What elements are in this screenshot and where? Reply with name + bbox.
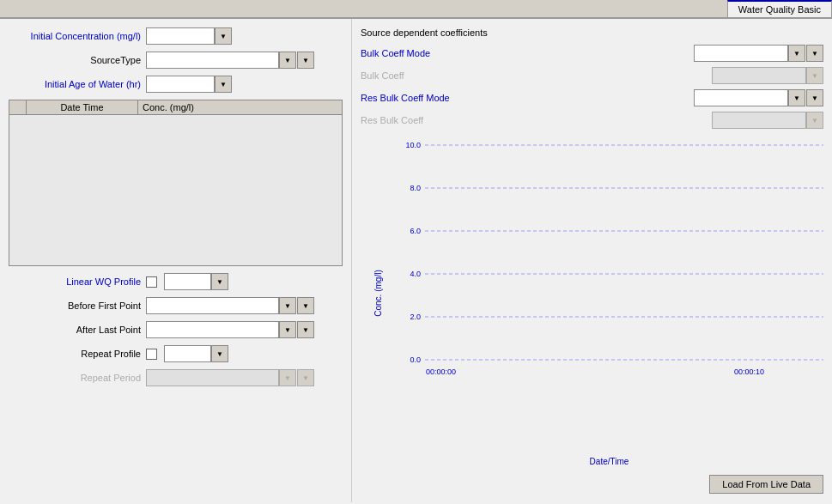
after-last-point-label: After Last Point <box>9 325 146 335</box>
repeat-profile-label: Repeat Profile <box>9 349 146 359</box>
bulk-coeff-row: Bulk Coeff ▼ <box>361 67 823 84</box>
load-button-row: Load From Live Data <box>361 471 823 494</box>
x-axis-label: Date/Time <box>590 457 629 466</box>
svg-text:4.0: 4.0 <box>410 270 421 278</box>
svg-text:8.0: 8.0 <box>410 184 421 192</box>
bulk-coeff-mode-input[interactable] <box>694 45 788 62</box>
dropdown-arrow-icon15: ▼ <box>811 72 818 80</box>
y-axis-label: Conc. (mg/l) <box>373 270 383 316</box>
col-datetime: Date Time <box>27 100 138 114</box>
repeat-profile-input[interactable] <box>164 345 211 362</box>
svg-text:6.0: 6.0 <box>410 227 421 235</box>
dropdown-arrow-icon17: ▼ <box>811 94 818 102</box>
dropdown-arrow-icon2: ▼ <box>284 57 291 64</box>
dropdown-arrow-icon16: ▼ <box>793 94 800 102</box>
load-from-live-data-button[interactable]: Load From Live Data <box>709 475 823 494</box>
left-panel: Initial Concentration (mg/l) ▼ SourceTyp… <box>0 19 352 502</box>
initial-age-dropdown[interactable]: ▼ <box>215 76 232 93</box>
after-last-point-row: After Last Point ▼ ▼ <box>9 321 343 338</box>
right-panel: Source dependent coefficients Bulk Coeff… <box>352 19 832 502</box>
res-bulk-coeff-mode-row: Res Bulk Coeff Mode ▼ ▼ <box>361 89 823 106</box>
bulk-coeff-mode-label: Bulk Coeff Mode <box>361 48 498 58</box>
res-bulk-coeff-row: Res Bulk Coeff ▼ <box>361 112 823 129</box>
before-first-point-action-dropdown[interactable]: ▼ <box>297 297 314 314</box>
res-bulk-coeff-label: Res Bulk Coeff <box>361 115 498 125</box>
before-first-point-row: Before First Point ▼ ▼ <box>9 297 343 314</box>
dropdown-arrow-icon7: ▼ <box>302 302 309 310</box>
data-table: Date Time Conc. (mg/l) <box>9 100 343 266</box>
table-body <box>9 115 342 265</box>
dropdown-arrow-icon3: ▼ <box>302 57 309 64</box>
svg-text:0.0: 0.0 <box>410 355 421 364</box>
res-bulk-coeff-mode-select-dropdown[interactable]: ▼ <box>788 89 805 106</box>
chart-area: Conc. (mg/l) 10.0 8.0 6.0 4.0 <box>361 141 823 471</box>
dropdown-arrow-icon8: ▼ <box>284 326 291 334</box>
initial-age-row: Initial Age of Water (hr) ▼ <box>9 76 343 93</box>
repeat-period-input[interactable] <box>146 369 279 386</box>
dropdown-arrow-icon: ▼ <box>220 33 227 40</box>
before-first-point-select-dropdown[interactable]: ▼ <box>279 297 296 314</box>
initial-concentration-dropdown[interactable]: ▼ <box>215 27 232 45</box>
repeat-profile-dropdown[interactable]: ▼ <box>211 345 228 362</box>
res-bulk-coeff-mode-input[interactable] <box>694 89 788 106</box>
repeat-period-action-dropdown[interactable]: ▼ <box>297 369 314 386</box>
source-type-action-dropdown[interactable]: ▼ <box>297 52 314 69</box>
source-type-input[interactable] <box>146 52 279 69</box>
dropdown-arrow-icon5: ▼ <box>216 278 223 286</box>
dropdown-arrow-icon12: ▼ <box>302 374 309 382</box>
bulk-coeff-input <box>712 67 806 84</box>
table-header: Date Time Conc. (mg/l) <box>9 100 342 115</box>
table-handle-col <box>9 100 27 114</box>
dropdown-arrow-icon4: ▼ <box>220 81 227 88</box>
section-title: Source dependent coefficients <box>361 27 823 38</box>
initial-age-label: Initial Age of Water (hr) <box>9 79 146 89</box>
linear-wq-profile-input[interactable] <box>164 273 211 290</box>
initial-age-input[interactable] <box>146 76 215 93</box>
bulk-coeff-dropdown: ▼ <box>806 67 823 84</box>
source-type-row: SourceType ▼ ▼ <box>9 52 343 69</box>
initial-concentration-label: Initial Concentration (mg/l) <box>9 31 146 41</box>
linear-wq-profile-row: Linear WQ Profile ▼ <box>9 273 343 290</box>
tab-bar: Water Quality Basic <box>0 0 832 19</box>
repeat-period-select-dropdown[interactable]: ▼ <box>279 369 296 386</box>
svg-text:2.0: 2.0 <box>410 313 421 321</box>
source-type-select-dropdown[interactable]: ▼ <box>279 52 296 69</box>
chart-svg: 10.0 8.0 6.0 4.0 2.0 0.0 <box>395 141 823 445</box>
bulk-coeff-mode-row: Bulk Coeff Mode ▼ ▼ <box>361 45 823 62</box>
dropdown-arrow-icon13: ▼ <box>793 50 800 58</box>
dropdown-arrow-icon11: ▼ <box>284 374 291 382</box>
svg-text:00:00:10: 00:00:10 <box>734 367 764 376</box>
after-last-point-select-dropdown[interactable]: ▼ <box>279 321 296 338</box>
before-first-point-label: Before First Point <box>9 301 146 311</box>
linear-wq-profile-label: Linear WQ Profile <box>9 276 146 287</box>
svg-text:10.0: 10.0 <box>405 141 421 149</box>
after-last-point-input[interactable] <box>146 321 279 338</box>
after-last-point-action-dropdown[interactable]: ▼ <box>297 321 314 338</box>
svg-text:00:00:00: 00:00:00 <box>426 367 456 376</box>
dropdown-arrow-icon6: ▼ <box>284 302 291 310</box>
res-bulk-coeff-input <box>712 112 806 129</box>
linear-wq-profile-dropdown[interactable]: ▼ <box>211 273 228 290</box>
initial-concentration-row: Initial Concentration (mg/l) ▼ <box>9 27 343 45</box>
res-bulk-coeff-dropdown: ▼ <box>806 112 823 129</box>
bulk-coeff-mode-select-dropdown[interactable]: ▼ <box>788 45 805 62</box>
bulk-coeff-label: Bulk Coeff <box>361 70 498 81</box>
source-type-label: SourceType <box>9 55 146 65</box>
res-bulk-coeff-mode-action-dropdown[interactable]: ▼ <box>806 89 823 106</box>
dropdown-arrow-icon10: ▼ <box>216 350 223 358</box>
repeat-period-row: Repeat Period ▼ ▼ <box>9 369 343 386</box>
res-bulk-coeff-mode-label: Res Bulk Coeff Mode <box>361 93 498 103</box>
linear-wq-profile-checkbox[interactable] <box>146 276 157 288</box>
tab-water-quality-basic[interactable]: Water Quality Basic <box>727 0 832 17</box>
before-first-point-input[interactable] <box>146 297 279 314</box>
dropdown-arrow-icon14: ▼ <box>811 50 818 58</box>
main-content: Initial Concentration (mg/l) ▼ SourceTyp… <box>0 19 832 502</box>
repeat-profile-row: Repeat Profile ▼ <box>9 345 343 362</box>
dropdown-arrow-icon9: ▼ <box>302 326 309 334</box>
initial-concentration-input[interactable] <box>146 27 215 45</box>
bulk-coeff-mode-action-dropdown[interactable]: ▼ <box>806 45 823 62</box>
dropdown-arrow-icon18: ▼ <box>811 117 818 124</box>
repeat-profile-checkbox[interactable] <box>146 349 157 360</box>
repeat-period-label: Repeat Period <box>9 373 146 383</box>
col-conc: Conc. (mg/l) <box>138 100 198 114</box>
